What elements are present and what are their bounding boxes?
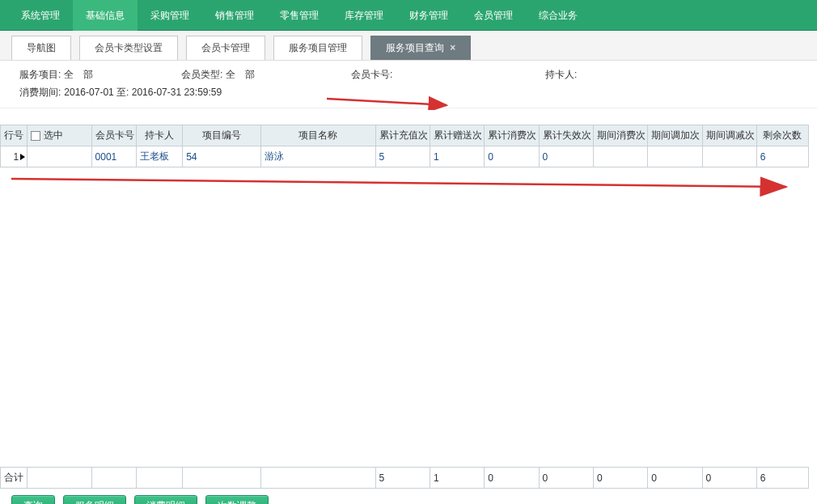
cell-n7 <box>702 146 756 167</box>
col-row[interactable]: 行号 <box>1 125 28 146</box>
tab-label: 服务项目查询 <box>386 42 444 53</box>
col-n4[interactable]: 累计失效次 <box>539 125 593 146</box>
filter-label: 持卡人: <box>545 66 577 83</box>
filter-label: 会员卡号: <box>351 66 392 83</box>
data-table-wrap: 行号 选中 会员卡号 持卡人 项目编号 项目名称 累计充值次 累计赠送次 累计消… <box>0 125 817 489</box>
cell-rownum: 1 <box>1 146 28 167</box>
tab-member-card-type[interactable]: 会员卡类型设置 <box>79 36 178 60</box>
totals-n6: 0 <box>648 468 702 489</box>
totals-n3: 0 <box>485 468 539 489</box>
menu-inventory[interactable]: 库存管理 <box>332 0 396 31</box>
svg-line-0 <box>327 99 447 105</box>
table-row[interactable]: 1 0001 王老板 54 游泳 5 1 0 0 6 <box>1 146 809 167</box>
filter-card-no[interactable]: 会员卡号: <box>351 66 537 83</box>
col-select[interactable]: 选中 <box>28 125 91 146</box>
tab-service-item-manage[interactable]: 服务项目管理 <box>273 36 362 60</box>
totals-table: 合计 5 1 0 0 0 0 0 6 <box>0 467 809 489</box>
col-remaining[interactable]: 剩余次数 <box>756 125 808 146</box>
menu-system[interactable]: 系统管理 <box>8 0 73 31</box>
tab-label: 服务项目管理 <box>289 42 347 53</box>
totals-blank <box>136 468 182 489</box>
cell-n1: 5 <box>375 146 430 167</box>
cell-n2: 1 <box>430 146 484 167</box>
cell-holder: 王老板 <box>136 146 182 167</box>
menu-general[interactable]: 综合业务 <box>526 0 591 31</box>
tab-nav-map[interactable]: 导航图 <box>11 36 71 60</box>
col-holder[interactable]: 持卡人 <box>136 125 182 146</box>
subtab-bar: 导航图 会员卡类型设置 会员卡管理 服务项目管理 服务项目查询 × <box>0 31 817 61</box>
col-name[interactable]: 项目名称 <box>261 125 375 146</box>
col-n3[interactable]: 累计消费次 <box>485 125 539 146</box>
filter-value: 全 部 <box>64 66 95 83</box>
totals-n7: 0 <box>702 468 756 489</box>
cell-n5 <box>593 146 647 167</box>
menu-basic-info[interactable]: 基础信息 <box>73 0 138 31</box>
col-n5[interactable]: 期间消费次 <box>593 125 647 146</box>
tab-label: 导航图 <box>27 42 56 53</box>
menu-finance[interactable]: 财务管理 <box>396 0 461 31</box>
totals-label: 合计 <box>1 468 28 489</box>
totals-remaining: 6 <box>756 468 808 489</box>
button-bar: 查询 服务明细 消费明细 次数调整 <box>0 489 817 504</box>
tab-label: 会员卡管理 <box>201 42 250 53</box>
tab-label: 会员卡类型设置 <box>95 42 163 53</box>
annotation-arrow-row <box>0 167 817 200</box>
totals-row: 合计 5 1 0 0 0 0 0 6 <box>1 468 809 489</box>
tab-service-item-query[interactable]: 服务项目查询 × <box>370 36 471 60</box>
totals-blank <box>28 468 91 489</box>
filter-label: 服务项目: <box>19 66 61 83</box>
menu-purchase[interactable]: 采购管理 <box>138 0 202 31</box>
col-label: 选中 <box>44 129 63 141</box>
totals-n2: 1 <box>430 468 484 489</box>
menu-member[interactable]: 会员管理 <box>461 0 526 31</box>
totals-blank <box>91 468 136 489</box>
filter-value: 全 部 <box>226 66 257 83</box>
table-blank-area <box>0 200 817 467</box>
totals-blank <box>183 468 261 489</box>
col-n6[interactable]: 期间调加次 <box>648 125 702 146</box>
filter-holder[interactable]: 持卡人: <box>545 66 667 83</box>
col-n2[interactable]: 累计赠送次 <box>430 125 484 146</box>
query-button[interactable]: 查询 <box>11 495 55 504</box>
filter-label: 消费期间: <box>19 83 61 101</box>
count-adjust-button[interactable]: 次数调整 <box>205 495 269 504</box>
totals-n4: 0 <box>539 468 593 489</box>
cell-code: 54 <box>183 146 261 167</box>
totals-n1: 5 <box>375 468 430 489</box>
cell-n3: 0 <box>485 146 539 167</box>
col-card[interactable]: 会员卡号 <box>91 125 136 146</box>
cell-name: 游泳 <box>261 146 375 167</box>
row-current-icon <box>20 154 25 160</box>
col-n1[interactable]: 累计充值次 <box>375 125 430 146</box>
filter-value: 2016-07-01 至: 2016-07-31 23:59:59 <box>64 83 222 101</box>
svg-line-1 <box>11 179 786 187</box>
select-all-checkbox[interactable] <box>31 131 40 141</box>
consume-detail-button[interactable]: 消费明细 <box>134 495 197 504</box>
totals-n5: 0 <box>593 468 647 489</box>
data-table: 行号 选中 会员卡号 持卡人 项目编号 项目名称 累计充值次 累计赠送次 累计消… <box>0 125 809 167</box>
tab-member-card-manage[interactable]: 会员卡管理 <box>186 36 265 60</box>
cell-select[interactable] <box>28 146 91 167</box>
cell-n4: 0 <box>539 146 593 167</box>
cell-n6 <box>648 146 702 167</box>
filter-label: 会员类型: <box>181 66 222 83</box>
filter-period[interactable]: 消费期间: 2016-07-01 至: 2016-07-31 23:59:59 <box>19 83 222 101</box>
arrow-icon <box>327 94 456 110</box>
col-n7[interactable]: 期间调减次 <box>702 125 756 146</box>
menu-retail[interactable]: 零售管理 <box>267 0 332 31</box>
filter-service-item[interactable]: 服务项目: 全 部 <box>19 66 173 83</box>
menu-sales[interactable]: 销售管理 <box>202 0 267 31</box>
arrow-icon <box>11 172 796 197</box>
cell-card: 0001 <box>91 146 136 167</box>
filter-member-type[interactable]: 会员类型: 全 部 <box>181 66 343 83</box>
table-header: 行号 选中 会员卡号 持卡人 项目编号 项目名称 累计充值次 累计赠送次 累计消… <box>1 125 809 146</box>
cell-remaining: 6 <box>756 146 808 167</box>
service-detail-button[interactable]: 服务明细 <box>63 495 126 504</box>
top-menu-bar: 系统管理 基础信息 采购管理 销售管理 零售管理 库存管理 财务管理 会员管理 … <box>0 0 817 31</box>
totals-blank <box>261 468 375 489</box>
tab-close-icon[interactable]: × <box>450 42 455 53</box>
col-code[interactable]: 项目编号 <box>183 125 261 146</box>
